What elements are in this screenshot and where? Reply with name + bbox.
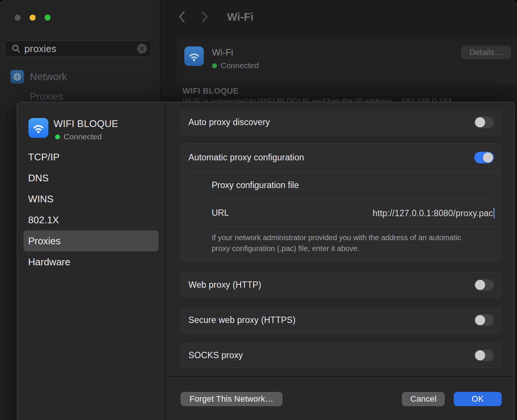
back-chevron-icon[interactable] (178, 10, 187, 23)
status-dot-icon (55, 135, 60, 139)
main-header: Wi-Fi (178, 10, 254, 23)
network-status: Connected (64, 132, 102, 141)
wifi-icon (184, 46, 204, 66)
tab-dns[interactable]: DNS (24, 167, 158, 188)
tab-8021x[interactable]: 802.1X (24, 209, 158, 230)
section-header: WIFI BLOQUE (182, 86, 239, 96)
socks-proxy-toggle[interactable] (474, 350, 494, 361)
tab-proxies[interactable]: Proxies (24, 230, 158, 251)
url-value: http://127.0.0.1:8080/proxy.pac (372, 208, 493, 218)
wifi-icon (28, 118, 48, 138)
search-input[interactable]: proxies (4, 40, 152, 57)
sidebar-item-label: Network (30, 71, 67, 83)
sidebar-item-network[interactable]: Network (4, 69, 152, 85)
minimize-button[interactable] (30, 15, 36, 21)
wifi-status: Connected (221, 61, 259, 70)
zoom-button[interactable] (45, 15, 51, 21)
automatic-proxy-configuration-card: Automatic proxy configuration Proxy conf… (181, 143, 502, 261)
tab-tcpip[interactable]: TCP/IP (24, 146, 158, 167)
web-proxy-toggle[interactable] (474, 279, 494, 291)
web-proxy-card: Web proxy (HTTP) (181, 272, 502, 297)
sheet-content: Auto proxy discovery Automatic proxy con… (166, 102, 514, 420)
sheet-network-header: WIFI BLOQUE Connected (28, 118, 118, 141)
sheet-sidebar: WIFI BLOQUE Connected TCP/IP DNS WINS 80… (17, 102, 166, 420)
search-value[interactable]: proxies (24, 43, 137, 55)
secure-web-proxy-toggle[interactable] (474, 314, 494, 326)
forget-this-network-button[interactable]: Forget This Network… (181, 392, 282, 406)
sheet-footer: Forget This Network… Cancel OK (181, 392, 502, 406)
network-details-sheet: WIFI BLOQUE Connected TCP/IP DNS WINS 80… (17, 102, 515, 420)
page-title: Wi-Fi (227, 11, 254, 23)
wifi-status-card: Wi-Fi Connected Details… (177, 37, 517, 85)
auto-proxy-discovery-card: Auto proxy discovery (181, 110, 502, 135)
tab-hardware[interactable]: Hardware (24, 251, 158, 272)
sidebar-item-label: Proxies (30, 91, 63, 103)
footer-divider (166, 376, 514, 377)
details-button[interactable]: Details… (461, 46, 511, 59)
forward-chevron-icon[interactable] (200, 10, 209, 23)
sheet-nav: TCP/IP DNS WINS 802.1X Proxies Hardware (24, 146, 158, 272)
wifi-name: Wi-Fi (212, 47, 259, 58)
proxy-configuration-file-label: Proxy configuration file (212, 180, 299, 190)
setting-label: SOCKS proxy (188, 350, 474, 360)
clear-search-button[interactable] (137, 44, 147, 54)
setting-label: Auto proxy discovery (188, 117, 474, 127)
automatic-proxy-configuration-toggle[interactable] (474, 152, 494, 163)
setting-label: Web proxy (HTTP) (188, 280, 474, 290)
setting-label: Automatic proxy configuration (188, 152, 474, 163)
close-button[interactable] (15, 15, 21, 21)
setting-label: Secure web proxy (HTTPS) (188, 315, 474, 325)
search-icon (12, 44, 21, 53)
tab-wins[interactable]: WINS (24, 188, 158, 209)
auto-proxy-discovery-toggle[interactable] (474, 117, 494, 128)
socks-proxy-card: SOCKS proxy (181, 343, 502, 368)
cancel-button[interactable]: Cancel (402, 392, 445, 406)
pac-help-text: If your network administrator provided y… (181, 227, 501, 254)
ok-button[interactable]: OK (454, 392, 502, 406)
network-globe-icon (10, 70, 24, 84)
traffic-lights (15, 15, 51, 21)
url-label: URL (212, 208, 229, 218)
text-caret (493, 208, 495, 218)
secure-web-proxy-card: Secure web proxy (HTTPS) (181, 308, 502, 333)
network-name: WIFI BLOQUE (54, 118, 118, 130)
url-input[interactable]: http://127.0.0.1:8080/proxy.pac (229, 208, 495, 218)
status-dot-icon (212, 63, 217, 68)
